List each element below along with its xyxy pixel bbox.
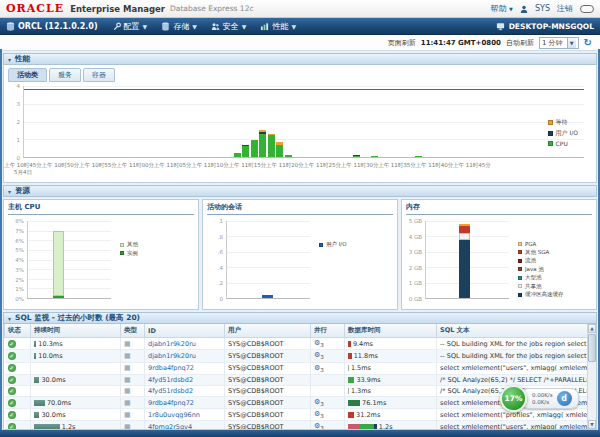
sql-monitor-table: 状态持续时间类型ID用户并行数据库时间SQL 文本 ✓10.3ms▦djabn1… [4,324,593,430]
legend-item: 共享池 [518,283,564,290]
sql-id-link[interactable]: djabn1r9k20ru [148,340,196,348]
sql-id-link[interactable]: 4fpmq2r5qv4 [148,423,192,430]
activity-bar [415,86,422,157]
table-row: ✓10.0ms▦djabn1r9k20ruSYS@CDB$ROOT⚙3 11.8… [5,350,593,362]
x-tick-label: 上午 10时50分 [42,162,80,169]
duration-cell [31,385,121,396]
sql-id-link[interactable]: 9rdba4fpnq72 [148,364,194,372]
menu-security[interactable]: 安全▼ [211,21,247,32]
sql-id-link[interactable]: 9rdba4fpnq72 [148,399,194,407]
user-name[interactable]: SYS [535,4,550,13]
column-header[interactable]: 用户 [225,324,311,338]
logout-link[interactable]: 注销 [557,3,573,14]
column-header[interactable]: SQL 文本 [437,324,593,338]
section-performance-title: 性能 [15,54,30,64]
y-tick-label: .8 [218,234,223,240]
sql-id-link[interactable]: 4fyd51rdsbd2 [148,387,193,395]
activity-bar [251,86,258,157]
gridline [28,231,111,232]
scroll-up-arrow[interactable]: ▲ [588,324,596,333]
gridline [28,288,111,289]
db-time-value: 31.2ms [356,411,380,419]
section-resources-header[interactable]: ▾ 资源 [3,185,597,197]
sql-id-link[interactable]: 1r8u0uvqg96nn [148,411,200,419]
sql-type-icon: ▦ [124,376,131,384]
menu-configure[interactable]: 配置▼ [112,21,148,32]
sql-id-link[interactable]: 4fyd51rdsbd2 [148,376,193,384]
y-tick-label: 7% [15,228,24,234]
legend-swatch [548,141,553,146]
gridline [28,279,111,280]
menu-performance[interactable]: 性能▼ [260,21,296,32]
user-cell: SYS@CDB$ROOT [225,374,311,385]
section-sqlmonitor-header[interactable]: ▾ SQL 监视 - 过去的小时数 (最高 20) [3,312,597,324]
product-name: Database Express 12c [170,4,254,13]
sql-id-link[interactable]: djabn1r9k20ru [148,352,196,360]
bar-segment [285,155,292,157]
legend-item: 其他 [120,241,138,248]
gridline [24,86,584,87]
column-header[interactable]: 持续时间 [31,324,121,338]
netspeed-pill: 0.00K/s 0.0K/s d [521,388,579,409]
window-left-border [0,49,2,430]
menu-storage[interactable]: 存储▼ [161,21,197,32]
float-widget[interactable]: 17% 0.00K/s 0.0K/s d [500,385,579,412]
column-header[interactable]: 数据库时间 [345,324,437,338]
parallel-degree: 3 [320,367,324,373]
status-cell: ✓ [5,350,31,362]
app-title: Enterprise Manager [70,4,165,14]
legend-swatch [548,131,553,136]
section-performance-header[interactable]: ▾ 性能 [3,53,597,65]
scrollbar-thumb[interactable] [588,334,596,362]
column-header[interactable]: ID [145,324,225,338]
collapse-icon: ▾ [8,315,11,322]
database-home-menu[interactable]: ORCL (12.1.0.2.0) [6,22,98,31]
db-time-cell: 1.2s [345,421,437,430]
column-header[interactable]: 并行 [311,324,345,338]
parallel-degree: 3 [320,413,324,419]
parallel-cell: ⚙3 [311,396,345,408]
chevron-down-icon: ▼ [509,6,513,12]
table-scrollbar[interactable]: ▲ ▼ [587,324,596,429]
legend-item: Java 池 [518,266,564,273]
y-tick-label: 1 [17,137,21,143]
db-time-cell: 11.8ms [345,350,437,362]
legend-item: CPU [548,140,578,147]
sql-text: /* SQL Analyze(65,2) */ SELECT /*+PARALL… [440,376,593,384]
column-header[interactable]: 类型 [121,324,145,338]
refresh-button[interactable]: ↻ [584,37,592,48]
db-time-value: 11.8ms [354,352,378,360]
y-tick-label: 3% [15,267,24,273]
status-cell: ✓ [5,374,31,385]
table-row: ✓1.2s▦4fpmq2r5qv4SYS@CDB$ROOT⚙3 1.2ssele… [5,421,593,430]
user-value: SYS@CDB$ROOT [228,411,284,419]
help-menu[interactable]: 帮助 ▼ [491,3,513,14]
bar-segment [371,156,378,157]
parallel-degree: 3 [320,355,324,361]
tab-activity-classes[interactable]: 活动类 [8,68,47,82]
legend-label: 用户 I/O [326,241,347,248]
db-time-value: 1.2s [379,423,393,430]
shield-icon[interactable]: d [557,391,572,406]
database-icon [6,22,15,31]
top-bar: ORACLE Enterprise Manager Database Expre… [0,0,600,18]
em-express-page: ORACLE Enterprise Manager Database Expre… [0,0,600,437]
sql-text-cell: select xmlelement("users", xmlagg( xmlel… [437,362,593,374]
db-time-cell: 9.4ms [345,338,437,350]
sql-text: -- SQL building XML for the jobs region … [440,340,593,348]
user-icon [520,5,528,13]
tab-containers[interactable]: 容器 [83,68,115,82]
legend-swatch [319,243,323,247]
usage-ball[interactable]: 17% [500,385,527,412]
column-header[interactable]: 状态 [5,324,31,338]
duration-cell: 30.0ms [31,409,121,421]
auto-refresh-select[interactable]: 1 分钟 ▼ [539,37,579,49]
legend-swatch [518,284,522,288]
sql-text-cell: select xmlelement("users", xmlagg( xmlel… [437,421,593,430]
scroll-down-arrow[interactable]: ▼ [588,420,596,429]
parallel-cell: ⚙3 [311,338,345,350]
legend-label: 其他 [127,241,138,248]
activity-bar [234,86,241,157]
tab-services[interactable]: 服务 [49,68,81,82]
people-icon [211,22,220,31]
